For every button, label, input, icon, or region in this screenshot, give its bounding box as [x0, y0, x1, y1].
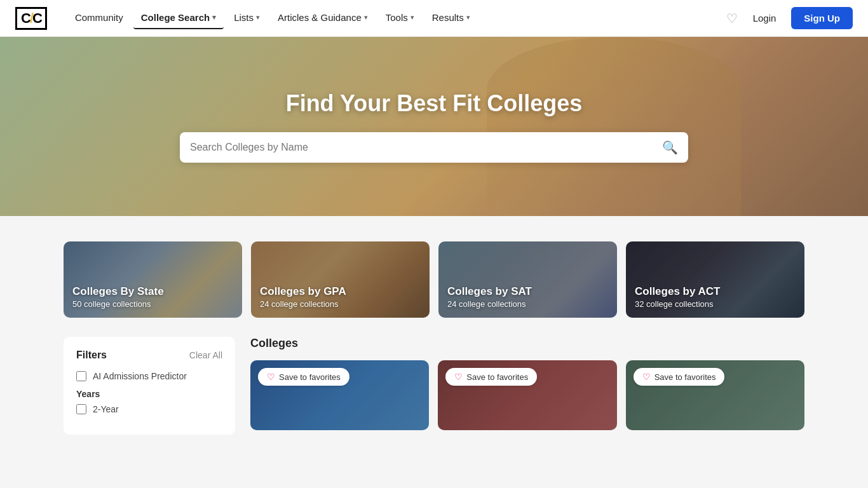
filter-2year-label[interactable]: 2-Year	[76, 404, 222, 414]
hero-content: Find Your Best Fit Colleges 🔍	[0, 90, 868, 163]
save-favorites-button-2[interactable]: ♡ Save to favorites	[445, 368, 537, 386]
nav-lists[interactable]: Lists ▾	[226, 7, 268, 29]
nav-community[interactable]: Community	[67, 7, 131, 29]
filter-ai-text: AI Admissions Predictor	[93, 371, 187, 381]
collection-card-sat[interactable]: Colleges by SAT 24 college collections	[438, 241, 617, 318]
collection-title-sat: Colleges by SAT	[447, 285, 532, 298]
heart-icon: ♡	[267, 372, 275, 382]
collection-count-sat: 24 college collections	[447, 299, 532, 309]
college-card-3[interactable]: ♡ Save to favorites	[626, 360, 804, 430]
nav-college-search[interactable]: College Search ▾	[133, 7, 224, 29]
filter-years-title: Years	[76, 389, 222, 399]
college-card-1[interactable]: ♡ Save to favorites	[250, 360, 429, 430]
search-bar: 🔍	[180, 132, 688, 163]
save-favorites-label-2: Save to favorites	[466, 372, 528, 382]
logo-text2: C	[32, 10, 41, 27]
collection-card-gpa[interactable]: Colleges by GPA 24 college collections	[251, 241, 430, 318]
logo-text: C	[21, 10, 30, 27]
chevron-down-icon: ▾	[364, 13, 368, 22]
chevron-down-icon: ▾	[212, 13, 216, 22]
search-input[interactable]	[190, 142, 662, 153]
heart-icon: ♡	[454, 372, 463, 382]
save-favorites-label-1: Save to favorites	[279, 372, 341, 382]
collections-grid: Colleges By State 50 college collections…	[64, 241, 804, 318]
colleges-section-title: Colleges	[250, 337, 804, 350]
collection-text-act: Colleges by ACT 32 college collections	[635, 285, 720, 309]
nav-results[interactable]: Results ▾	[424, 7, 478, 29]
collections-section: Colleges By State 50 college collections…	[0, 216, 868, 337]
collection-text-state: Colleges By State 50 college collections	[72, 285, 164, 309]
nav-tools[interactable]: Tools ▾	[378, 7, 422, 29]
search-icon[interactable]: 🔍	[662, 140, 678, 155]
nav-lists-label: Lists	[234, 12, 254, 23]
filter-2year-text: 2-Year	[93, 404, 119, 414]
hero-section: Find Your Best Fit Colleges 🔍	[0, 37, 868, 216]
chevron-down-icon: ▾	[410, 13, 414, 22]
logo[interactable]: C/C	[15, 7, 47, 30]
filters-panel: Filters Clear All AI Admissions Predicto…	[64, 337, 235, 435]
collection-count-state: 50 college collections	[72, 299, 164, 309]
chevron-down-icon: ▾	[256, 13, 260, 22]
filter-ai: AI Admissions Predictor	[76, 371, 222, 381]
collection-text-sat: Colleges by SAT 24 college collections	[447, 285, 532, 309]
colleges-section: Colleges ♡ Save to favorites ♡ Save to f…	[250, 337, 804, 435]
colleges-grid: ♡ Save to favorites ♡ Save to favorites …	[250, 360, 804, 430]
collection-title-act: Colleges by ACT	[635, 285, 720, 298]
clear-all-button[interactable]: Clear All	[189, 350, 222, 360]
save-favorites-button-3[interactable]: ♡ Save to favorites	[634, 368, 725, 386]
nav-college-search-label: College Search	[141, 12, 210, 23]
nav-results-label: Results	[432, 12, 464, 23]
heart-icon: ♡	[642, 372, 651, 382]
save-favorites-button-1[interactable]: ♡ Save to favorites	[258, 368, 349, 386]
navbar: C/C Community College Search ▾ Lists ▾ A…	[0, 0, 868, 37]
filter-2year-checkbox[interactable]	[76, 404, 86, 414]
signup-button[interactable]: Sign Up	[791, 7, 853, 29]
nav-articles[interactable]: Articles & Guidance ▾	[270, 7, 376, 29]
collection-count-act: 32 college collections	[635, 299, 720, 309]
college-card-2[interactable]: ♡ Save to favorites	[438, 360, 616, 430]
collection-count-gpa: 24 college collections	[260, 299, 346, 309]
nav-tools-label: Tools	[386, 12, 408, 23]
filter-ai-label[interactable]: AI Admissions Predictor	[76, 371, 222, 381]
collection-text-gpa: Colleges by GPA 24 college collections	[260, 285, 346, 309]
collection-card-state[interactable]: Colleges By State 50 college collections	[64, 241, 242, 318]
collection-card-act[interactable]: Colleges by ACT 32 college collections	[626, 241, 804, 318]
bottom-section: Filters Clear All AI Admissions Predicto…	[0, 337, 868, 460]
hero-title: Find Your Best Fit Colleges	[0, 90, 868, 117]
save-favorites-label-3: Save to favorites	[654, 372, 716, 382]
collection-title-state: Colleges By State	[72, 285, 164, 298]
filter-2year: 2-Year	[76, 404, 222, 414]
filters-header: Filters Clear All	[76, 349, 222, 361]
filters-title: Filters	[76, 349, 107, 361]
login-button[interactable]: Login	[745, 8, 784, 29]
chevron-down-icon: ▾	[466, 13, 470, 22]
filter-ai-checkbox[interactable]	[76, 371, 86, 381]
nav-articles-label: Articles & Guidance	[278, 12, 362, 23]
favorites-button[interactable]: ♡	[726, 11, 738, 26]
nav-right: ♡ Login Sign Up	[726, 7, 853, 29]
nav-links: Community College Search ▾ Lists ▾ Artic…	[67, 7, 726, 29]
collection-title-gpa: Colleges by GPA	[260, 285, 346, 298]
